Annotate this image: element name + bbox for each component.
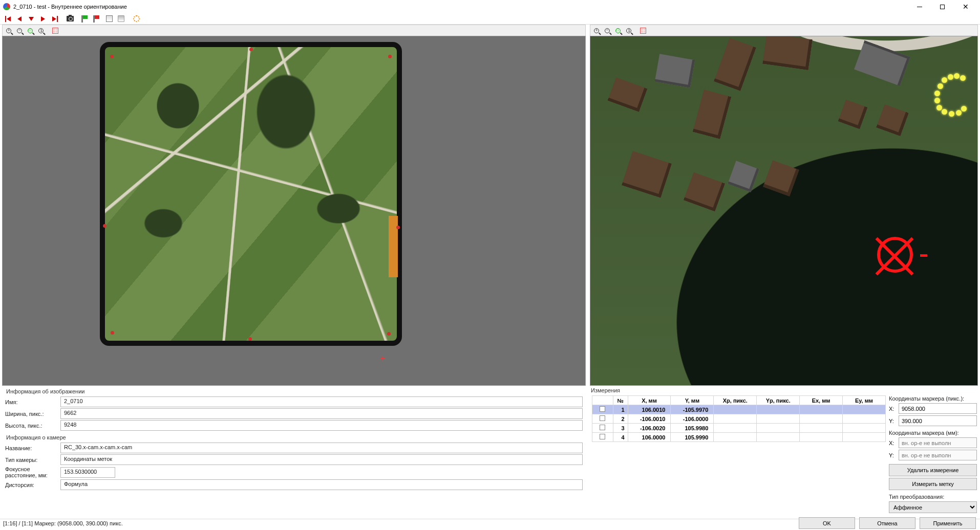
delete-measurement-button[interactable]: Удалить измерение — [889, 464, 977, 476]
container-button[interactable] — [115, 14, 126, 24]
building-feature — [655, 54, 695, 87]
left-zoom-out-button[interactable] — [14, 26, 25, 35]
marker-px-title: Координаты маркера (пикс.): — [889, 395, 977, 402]
target-marker-icon — [877, 237, 913, 273]
flag-green-button[interactable] — [76, 14, 88, 24]
camera-dist-label: Дисторсия: — [5, 482, 60, 488]
image-info-title: Информация об изображении — [5, 387, 583, 395]
right-zoom-in-button[interactable] — [591, 26, 602, 35]
title-bar: 2_0710 - test - Внутреннее ориентировани… — [0, 0, 980, 13]
row-checkbox[interactable] — [600, 415, 605, 421]
marker-y-label-mm: Y: — [889, 452, 896, 458]
nav-prev-button[interactable] — [14, 14, 25, 24]
table-row[interactable]: 4 106.0000 105.9990 — [592, 433, 886, 442]
marker-mm-x-input — [899, 437, 977, 448]
window-close-button[interactable]: ✕ — [954, 0, 977, 13]
left-image-viewer[interactable]: + — [2, 36, 586, 386]
cancel-button[interactable]: Отмена — [859, 517, 915, 529]
camera-name-field: RC_30.x-cam.x-cam.x-cam — [60, 443, 583, 453]
layers-button[interactable] — [103, 14, 115, 24]
left-zoom-fit-button[interactable] — [25, 26, 35, 35]
col-ex[interactable]: Ex, мм — [800, 396, 843, 405]
transform-type-select[interactable]: Аффинное — [889, 501, 977, 513]
right-zoom-fit-button[interactable] — [613, 26, 623, 35]
fiducial-mark-icon — [103, 224, 106, 228]
right-viewer-toolbar — [590, 25, 978, 36]
measurements-table[interactable]: № X, мм Y, мм Xр, пикс. Yр, пикс. Ex, мм… — [592, 395, 886, 513]
measure-mark-button[interactable]: Измерить метку — [889, 478, 977, 490]
status-text: [1:16] / [1:1] Маркер: (9058.000, 390.00… — [3, 520, 123, 526]
col-n[interactable]: № — [613, 396, 628, 405]
row-checkbox[interactable] — [600, 434, 605, 439]
camera-type-field: Координаты меток — [60, 454, 583, 465]
left-grid-button[interactable] — [50, 26, 60, 35]
app-icon — [3, 3, 10, 10]
camera-dist-field: Формула — [60, 479, 583, 490]
image-height-field: 9248 — [60, 420, 583, 431]
table-row[interactable]: 1 106.0010 -105.9970 — [592, 405, 886, 414]
image-height-label: Высота, пикс.: — [5, 423, 60, 429]
table-header-row: № X, мм Y, мм Xр, пикс. Yр, пикс. Ex, мм… — [592, 396, 886, 405]
image-width-label: Ширина, пикс.: — [5, 411, 60, 417]
fiducial-mark-icon — [110, 55, 114, 58]
left-zoom-in-button[interactable] — [4, 26, 14, 35]
fiducial-mark-icon — [111, 331, 114, 335]
target-marker-dash-icon — [920, 254, 927, 257]
col-yp[interactable]: Yр, пикс. — [757, 396, 800, 405]
window-maximize-button[interactable] — [931, 0, 954, 13]
row-checkbox[interactable] — [600, 406, 605, 412]
fiducial-mark-icon — [388, 55, 392, 58]
nav-first-button[interactable] — [2, 14, 13, 24]
marker-px-x-input[interactable] — [899, 403, 977, 414]
table-row[interactable]: 2 -106.0010 -106.0000 — [592, 414, 886, 424]
waypoint-trail — [934, 72, 970, 118]
camera-focal-field: 153.5030000 — [60, 467, 115, 478]
marker-x-label: X: — [889, 406, 896, 412]
camera-focal-label: Фокусное расстояние, мм: — [5, 466, 60, 478]
ok-button[interactable]: OK — [799, 517, 855, 529]
marker-mm-title: Координаты маркера (мм): — [889, 430, 977, 436]
fiducial-mark-icon — [248, 337, 252, 341]
aerial-overview-image — [100, 42, 402, 346]
right-grid-button[interactable] — [638, 26, 648, 35]
left-viewer-toolbar — [2, 25, 586, 36]
fiducial-mark-icon — [396, 226, 400, 229]
transform-title: Тип преобразования: — [889, 494, 977, 500]
right-zoom-1to1-button[interactable] — [624, 26, 634, 35]
right-zoom-out-button[interactable] — [602, 26, 612, 35]
measurements-title: Измерения — [590, 386, 978, 394]
window-title: 2_0710 - test - Внутреннее ориентировани… — [13, 4, 127, 10]
left-zoom-1to1-button[interactable] — [36, 26, 46, 35]
row-checkbox[interactable] — [600, 425, 605, 430]
fiducial-mark-icon — [249, 48, 253, 51]
table-row[interactable]: 3 -106.0020 105.9980 — [592, 424, 886, 433]
marker-mm-y-input — [899, 450, 977, 460]
window-minimize-button[interactable] — [908, 0, 931, 13]
col-x[interactable]: X, мм — [628, 396, 671, 405]
right-image-viewer[interactable] — [590, 36, 978, 386]
cross-cursor-icon: + — [380, 354, 386, 364]
image-name-label: Имя: — [5, 399, 60, 405]
flag-red-button[interactable] — [88, 14, 99, 24]
marker-px-y-input[interactable] — [899, 415, 977, 426]
camera-name-label: Название: — [5, 445, 60, 451]
image-name-field: 2_0710 — [60, 396, 583, 407]
nav-down-button[interactable] — [26, 14, 37, 24]
settings-button[interactable] — [131, 14, 142, 24]
nav-next-button[interactable] — [37, 14, 49, 24]
nav-last-button[interactable] — [49, 14, 60, 24]
dialog-buttons: OK Отмена Применить — [799, 517, 976, 529]
marker-x-label-mm: X: — [889, 440, 896, 446]
marker-y-label: Y: — [889, 418, 896, 424]
col-ey[interactable]: Ey, мм — [843, 396, 886, 405]
image-width-field: 9662 — [60, 408, 583, 419]
camera-info-title: Информация о камере — [5, 433, 583, 441]
col-xp[interactable]: Xр, пикс. — [714, 396, 757, 405]
main-toolbar — [0, 13, 980, 25]
apply-button[interactable]: Применить — [920, 517, 976, 529]
marker-panel: Координаты маркера (пикс.): X: Y: Коорди… — [889, 395, 977, 513]
camera-type-label: Тип камеры: — [5, 457, 60, 463]
col-y[interactable]: Y, мм — [671, 396, 714, 405]
fiducial-mark-icon — [387, 332, 391, 336]
camera-button[interactable] — [65, 14, 76, 24]
